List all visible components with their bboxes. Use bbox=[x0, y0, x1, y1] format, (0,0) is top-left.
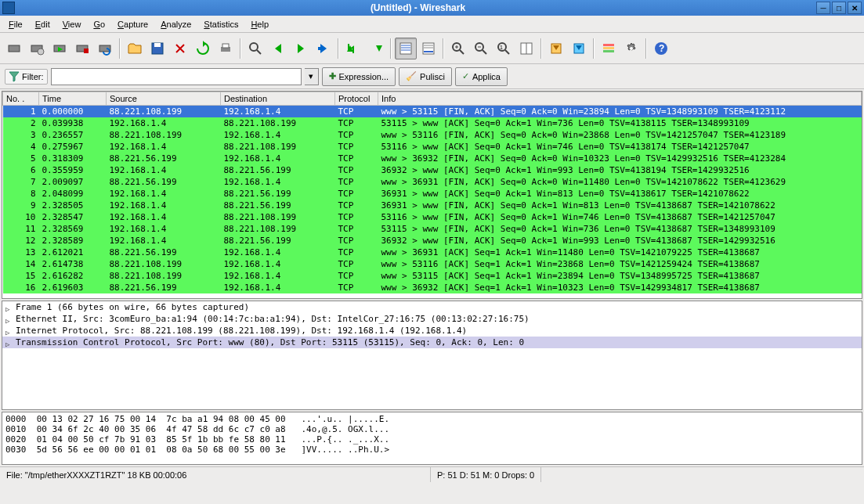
minimize-button[interactable]: ─ bbox=[816, 2, 830, 14]
cell-info: www > 36931 [ACK] Seq=1 Ack=1 Win=11480 … bbox=[378, 247, 862, 258]
cell-dst: 88.221.56.199 bbox=[221, 200, 335, 211]
menu-capture[interactable]: Capture bbox=[112, 17, 154, 31]
detail-row[interactable]: Transmission Control Protocol, Src Port:… bbox=[2, 337, 862, 348]
zoom-in-button[interactable] bbox=[447, 38, 469, 59]
open-file-button[interactable] bbox=[124, 38, 146, 59]
cell-info: 36932 > www [FIN, ACK] Seq=0 Ack=1 Win=9… bbox=[378, 235, 862, 247]
menu-help[interactable]: Help bbox=[245, 17, 274, 31]
cell-dst: 192.168.1.4 bbox=[221, 129, 335, 141]
menu-analyze[interactable]: Analyze bbox=[155, 17, 197, 31]
cell-proto: TCP bbox=[335, 164, 378, 176]
capture-start-button[interactable] bbox=[49, 38, 70, 59]
coloring-rules-icon bbox=[601, 41, 616, 56]
interfaces-button[interactable] bbox=[3, 38, 25, 59]
packet-row[interactable]: 92.328505192.168.1.488.221.56.199TCP3693… bbox=[3, 200, 862, 211]
go-forward-button[interactable] bbox=[290, 38, 312, 59]
detail-row[interactable]: Frame 1 (66 bytes on wire, 66 bytes capt… bbox=[2, 301, 862, 313]
packet-row[interactable]: 122.328589192.168.1.488.221.56.199TCP369… bbox=[3, 235, 862, 247]
filter-dropdown-button[interactable]: ▾ bbox=[305, 68, 319, 85]
coloring-rules-button[interactable] bbox=[598, 38, 620, 59]
cell-time: 2.328547 bbox=[39, 211, 107, 223]
cell-no: 9 bbox=[3, 200, 39, 211]
cell-info: 53116 > www [ACK] Seq=0 Ack=1 Win=746 Le… bbox=[378, 141, 862, 153]
packet-row[interactable]: 40.275967192.168.1.488.221.108.199TCP531… bbox=[3, 141, 862, 153]
reload-button[interactable] bbox=[192, 38, 214, 59]
print-button[interactable] bbox=[215, 38, 237, 59]
detail-row[interactable]: Internet Protocol, Src: 88.221.108.199 (… bbox=[2, 325, 862, 337]
resize-columns-button[interactable] bbox=[515, 38, 537, 59]
cell-info: www > 53115 [FIN, ACK] Seq=0 Ack=0 Win=2… bbox=[378, 106, 862, 118]
find-icon bbox=[248, 41, 263, 56]
packet-list-pane[interactable]: No. .TimeSourceDestinationProtocolInfo 1… bbox=[2, 91, 862, 299]
svg-marker-15 bbox=[275, 44, 281, 53]
menu-statistics[interactable]: Statistics bbox=[198, 17, 244, 31]
column-header[interactable]: No. . bbox=[3, 92, 39, 106]
packet-row[interactable]: 20.039938192.168.1.488.221.108.199TCP531… bbox=[3, 117, 862, 129]
interfaces-icon bbox=[6, 41, 22, 56]
cell-proto: TCP bbox=[335, 282, 378, 293]
cell-src: 88.221.108.199 bbox=[107, 129, 221, 141]
clear-button[interactable]: 🧹 Pulisci bbox=[399, 67, 452, 86]
go-first-button[interactable] bbox=[342, 38, 364, 59]
column-header[interactable]: Protocol bbox=[335, 92, 378, 106]
capture-restart-button[interactable] bbox=[94, 38, 116, 59]
go-last-button[interactable] bbox=[365, 38, 387, 59]
menu-view[interactable]: View bbox=[57, 17, 87, 31]
expand-icon[interactable] bbox=[5, 327, 13, 334]
capture-options-button[interactable] bbox=[26, 38, 48, 59]
go-back-button[interactable] bbox=[267, 38, 289, 59]
capture-stop-button[interactable] bbox=[71, 38, 93, 59]
column-header[interactable]: Time bbox=[39, 92, 107, 106]
find-button[interactable] bbox=[244, 38, 266, 59]
packet-row[interactable]: 132.61202188.221.56.199192.168.1.4TCPwww… bbox=[3, 247, 862, 258]
expression-button[interactable]: ✚ Expression... bbox=[322, 67, 396, 86]
colorize-button[interactable] bbox=[395, 38, 417, 59]
apply-button[interactable]: ✓ Applica bbox=[455, 67, 508, 86]
menu-file[interactable]: File bbox=[3, 17, 28, 31]
packet-row[interactable]: 112.328569192.168.1.488.221.108.199TCP53… bbox=[3, 223, 862, 235]
close-button[interactable]: ✕ bbox=[848, 2, 862, 14]
help-button[interactable]: ? bbox=[650, 38, 672, 59]
go-to-button[interactable] bbox=[313, 38, 334, 59]
packet-row[interactable]: 152.61628288.221.108.199192.168.1.4TCPww… bbox=[3, 270, 862, 282]
packet-row[interactable]: 30.23655788.221.108.199192.168.1.4TCPwww… bbox=[3, 129, 862, 141]
save-button[interactable] bbox=[146, 38, 168, 59]
cell-time: 2.048099 bbox=[39, 188, 107, 200]
packet-row[interactable]: 10.00000088.221.108.199192.168.1.4TCPwww… bbox=[3, 106, 862, 118]
close-button[interactable] bbox=[169, 38, 191, 59]
filter-input[interactable] bbox=[51, 68, 302, 85]
packet-row[interactable]: 60.355959192.168.1.488.221.56.199TCP3693… bbox=[3, 164, 862, 176]
capture-filters-button[interactable] bbox=[545, 38, 567, 59]
preferences-button[interactable] bbox=[620, 38, 642, 59]
column-header[interactable]: Info bbox=[378, 92, 862, 106]
zoom-out-button[interactable] bbox=[470, 38, 492, 59]
packet-row[interactable]: 50.31830988.221.56.199192.168.1.4TCPwww … bbox=[3, 153, 862, 164]
expand-icon[interactable] bbox=[5, 315, 13, 322]
packet-row[interactable]: 72.00909788.221.56.199192.168.1.4TCPwww … bbox=[3, 176, 862, 188]
column-header[interactable]: Destination bbox=[221, 92, 335, 106]
menu-edit[interactable]: Edit bbox=[30, 17, 56, 31]
column-header[interactable]: Source bbox=[107, 92, 221, 106]
display-filters-button[interactable] bbox=[568, 38, 590, 59]
auto-scroll-button[interactable] bbox=[418, 38, 439, 59]
cell-proto: TCP bbox=[335, 188, 378, 200]
packet-row[interactable]: 102.328547192.168.1.488.221.108.199TCP53… bbox=[3, 211, 862, 223]
cell-no: 4 bbox=[3, 141, 39, 153]
packet-row[interactable]: 162.61960388.221.56.199192.168.1.4TCPwww… bbox=[3, 282, 862, 293]
go-last-icon bbox=[368, 41, 384, 56]
expand-icon[interactable] bbox=[5, 304, 13, 311]
filter-label: Filter: bbox=[5, 69, 48, 85]
detail-row[interactable]: Ethernet II, Src: 3comEuro_ba:a1:94 (00:… bbox=[2, 313, 862, 325]
expand-icon[interactable] bbox=[5, 339, 13, 346]
zoom-reset-button[interactable]: 1 bbox=[493, 38, 515, 59]
menu-go[interactable]: Go bbox=[88, 17, 110, 31]
packet-details-pane[interactable]: Frame 1 (66 bytes on wire, 66 bytes capt… bbox=[2, 301, 862, 410]
cell-info: www > 53116 [FIN, ACK] Seq=0 Ack=0 Win=2… bbox=[378, 129, 862, 141]
packet-bytes-pane[interactable]: 0000 00 13 02 27 16 75 00 14 7c ba a1 94… bbox=[2, 412, 862, 465]
svg-rect-12 bbox=[222, 44, 229, 48]
packet-row[interactable]: 142.61473888.221.108.199192.168.1.4TCPww… bbox=[3, 258, 862, 270]
packet-row[interactable]: 82.048099192.168.1.488.221.56.199TCP3693… bbox=[3, 188, 862, 200]
maximize-button[interactable]: □ bbox=[832, 2, 846, 14]
cell-src: 88.221.108.199 bbox=[107, 106, 221, 118]
zoom-in-icon bbox=[450, 41, 466, 56]
